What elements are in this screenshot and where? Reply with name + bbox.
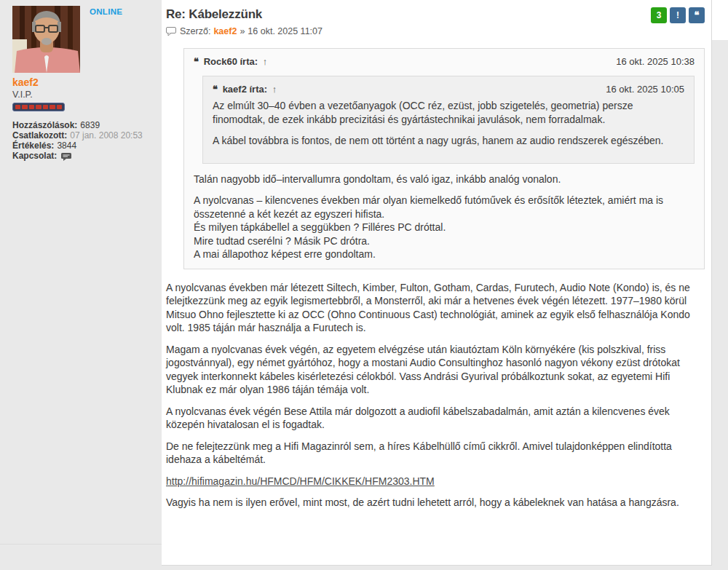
quote-inner-author[interactable]: kaef2	[223, 84, 247, 95]
stat-joined: Csatlakozott: 07 jan. 2008 20:53	[12, 131, 157, 141]
private-message-icon[interactable]	[61, 152, 72, 161]
post-paragraph: A nyolcvanas években már létezett Siltec…	[166, 281, 705, 335]
quote-jump-arrow[interactable]: ↑	[272, 84, 277, 95]
quote-post-button[interactable]: ❝	[689, 7, 705, 23]
quote-block-outer: ❝ Rock60 írta: ↑ 16 okt. 2025 10:38 ❝ ka…	[183, 48, 705, 269]
post-content: Re: Kábelezzünk Szerző: kaef2 » 16 okt. …	[166, 7, 705, 518]
post-header: Re: Kábelezzünk Szerző: kaef2 » 16 okt. …	[166, 7, 705, 36]
post-paragraph: A nyolcvanas évek végén Bese Attila már …	[166, 405, 705, 432]
quote-glyph-icon: ❝	[194, 56, 199, 67]
user-stats: Hozzászólások: 6839 Csatlakozott: 07 jan…	[12, 121, 157, 162]
hifimagazin-link[interactable]: http://hifimagazin.hu/HFMCD/HFM/CIKKEK/H…	[166, 475, 435, 487]
post-bubble-icon	[166, 27, 176, 36]
online-status-badge: ONLINE	[90, 7, 122, 16]
post-body: ❝ Rock60 írta: ↑ 16 okt. 2025 10:38 ❝ ka…	[166, 48, 705, 510]
quote-inner-paragraph: A kábel továbbra is fontos, de nem ott t…	[213, 134, 684, 148]
stat-rating-label: Értékelés:	[12, 141, 54, 151]
author-label: Szerző:	[180, 26, 210, 36]
post-paragraph: De ne felejtezzünk meg a Hifi Magazinról…	[166, 440, 705, 467]
stat-joined-value: 07 jan. 2008 20:53	[70, 131, 142, 141]
post-paragraph: Magam a nyolcvanas évek végén, az egyete…	[166, 343, 705, 397]
stat-posts-label: Hozzászólások:	[12, 121, 77, 131]
user-rank-bar	[12, 103, 65, 111]
quote-outer-wrote-label: írta:	[240, 56, 258, 67]
avatar[interactable]	[12, 6, 80, 73]
post-meta: Szerző: kaef2 » 16 okt. 2025 11:07	[166, 26, 323, 36]
stat-posts: Hozzászólások: 6839	[12, 121, 157, 131]
quote-outer-header: ❝ Rock60 írta: ↑ 16 okt. 2025 10:38	[194, 55, 695, 69]
thanks-count-badge[interactable]: 3	[651, 7, 667, 23]
post-paragraph: Vagyis ha nem is ilyen erővel, mint most…	[166, 496, 705, 510]
sidebar-username-link[interactable]: kaef2	[12, 76, 157, 88]
report-post-button[interactable]: !	[670, 7, 686, 23]
quote-outer-line: És milyen tápkábellel a seggükben ? Fill…	[194, 221, 695, 234]
quote-outer-date: 16 okt. 2025 10:38	[616, 55, 695, 69]
post-date: 16 okt. 2025 11:07	[248, 26, 323, 36]
stat-rating: Értékelés: 3844	[12, 141, 157, 151]
quote-jump-arrow[interactable]: ↑	[263, 56, 268, 67]
quote-outer-paragraph: Talán nagyobb idő–intervallumra gondolta…	[194, 173, 695, 186]
quote-inner-header: ❝ kaef2 írta: ↑ 16 okt. 2025 10:05	[213, 83, 684, 97]
stat-contact-label: Kapcsolat:	[12, 151, 57, 162]
quote-outer-line: A mai állapothoz képest erre gondoltam.	[194, 248, 695, 261]
post-author-link[interactable]: kaef2	[213, 26, 237, 36]
stat-joined-label: Csatlakozott:	[12, 131, 67, 141]
stat-posts-value: 6839	[80, 121, 100, 131]
post-action-badges: 3 ! ❝	[651, 7, 705, 23]
stat-rating-value: 3844	[57, 141, 76, 151]
post-panel-header-extension	[712, 0, 728, 40]
post-title[interactable]: Re: Kábelezzünk	[166, 7, 323, 22]
quote-icon: ❝	[695, 10, 700, 20]
quote-outer-author[interactable]: Rock60	[204, 56, 237, 67]
quote-outer-line: Mire tudtad cserélni ? Másik PC drótra.	[194, 234, 695, 248]
quote-inner-wrote-label: írta:	[250, 84, 268, 95]
sidebar-bottom-divider	[0, 544, 162, 545]
quote-inner-paragraph: Az elmúlt 30–40 évben a vezetőanyagok (O…	[213, 99, 684, 126]
quote-inner-date: 16 okt. 2025 10:05	[606, 83, 684, 97]
stat-contact: Kapcsolat:	[12, 151, 157, 162]
quote-outer-lines: A nyolcvanas – kilencvenes években már o…	[194, 194, 695, 261]
quote-block-inner: ❝ kaef2 írta: ↑ 16 okt. 2025 10:05 Az el…	[202, 76, 695, 164]
user-profile-sidebar: ONLINE kaef2 V.I.P. Hozzászólások: 6839 …	[12, 6, 157, 162]
quote-glyph-icon: ❝	[213, 84, 218, 95]
meta-separator: »	[240, 26, 245, 36]
user-rank-title: V.I.P.	[12, 90, 157, 100]
quote-outer-line: A nyolcvanas – kilencvenes években már o…	[194, 194, 695, 221]
